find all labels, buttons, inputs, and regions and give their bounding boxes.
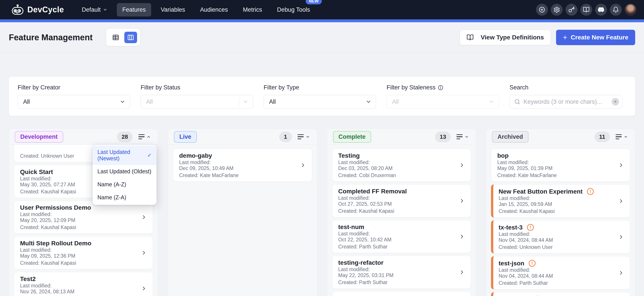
filter-staleness-placeholder: All <box>392 98 488 105</box>
filter-bar: Filter by Creator All Filter by Status A… <box>9 77 635 116</box>
chevron-right-icon <box>459 269 465 275</box>
column-sort-button[interactable] <box>455 133 470 141</box>
view-type-definitions-button[interactable]: View Type Definitions <box>460 30 551 45</box>
created-by: Created: Kate MacFarlane <box>179 172 291 178</box>
feature-card[interactable]: New Feat Button Experiment!Last modified… <box>491 184 630 218</box>
add-button[interactable] <box>536 4 548 16</box>
feature-card-meta: Last modified:May 09, 2025, 01:39 PMCrea… <box>497 159 609 178</box>
search-icon <box>514 99 520 105</box>
sort-option-last-updated-oldest[interactable]: Last Updated (Oldest) <box>92 165 156 178</box>
last-modified-label: Last modified: <box>498 231 609 237</box>
last-modified-date: May 20, 2025, 12:09 PM <box>20 217 132 223</box>
sort-option-name-az[interactable]: Name (A-Z) <box>92 178 156 191</box>
plus-icon: + <box>563 33 567 41</box>
chevron-right-icon <box>141 286 147 292</box>
filter-staleness-select[interactable]: All <box>386 95 499 109</box>
last-modified-label: Last modified: <box>20 247 132 253</box>
table-view-button[interactable] <box>109 32 122 43</box>
sort-option-name-za[interactable]: Name (Z-A) <box>92 191 156 204</box>
feature-card-title: testing-refactor <box>338 260 384 266</box>
last-modified-date: Nov 04, 2024, 08:44 AM <box>498 237 609 243</box>
last-modified-date: May 09, 2025, 01:39 PM <box>497 165 609 171</box>
feature-card-meta: Last modified:Nov 04, 2024, 08:44 AMCrea… <box>498 231 609 250</box>
feature-card-title: demo-gaby <box>179 152 212 159</box>
filter-creator: Filter by Creator All <box>18 84 130 116</box>
feature-card-meta: Last modified:May 09, 2025, 12:36 PMCrea… <box>20 247 132 266</box>
filter-status-label: Filter by Status <box>140 84 253 91</box>
project-selector[interactable]: Default <box>76 3 113 16</box>
feature-card[interactable]: testing-refactorLast modified:May 22, 20… <box>332 256 471 289</box>
filter-type-select[interactable]: All <box>264 95 376 109</box>
column-sort-button[interactable] <box>296 133 311 141</box>
sort-dropdown-menu: Last Updated (Newest) ✓ Last Updated (Ol… <box>92 145 156 205</box>
chevron-down-icon <box>120 99 126 105</box>
nav-item-debug-tools[interactable]: Debug Tools NEW <box>272 3 316 16</box>
feature-card-title: test-num <box>338 224 364 230</box>
view-mode-toggle <box>106 29 140 46</box>
column-sort-button[interactable] <box>137 133 152 141</box>
create-new-feature-button[interactable]: + Create New Feature <box>556 30 635 45</box>
feature-card[interactable]: TestingLast modified:Dec 03, 2025, 08:20… <box>332 149 471 182</box>
feature-card-title: tx-test-3 <box>498 224 522 231</box>
chevron-down-icon <box>624 135 628 139</box>
feature-card-meta: Last modified:May 20, 2025, 12:09 PMCrea… <box>20 211 132 230</box>
sort-lines-icon <box>616 134 622 139</box>
notifications-button[interactable] <box>610 4 622 16</box>
filter-type-value: All <box>269 98 366 105</box>
feature-card[interactable]: demo-paul <box>332 291 471 296</box>
search-input[interactable] <box>524 98 612 105</box>
feature-card[interactable]: User Permissions DemoLast modified:May 2… <box>14 201 153 234</box>
column-status-badge: Complete <box>333 131 371 143</box>
settings-button[interactable] <box>551 4 563 16</box>
check-icon: ✓ <box>147 152 152 158</box>
feature-card[interactable]: bopLast modified:May 09, 2025, 01:39 PMC… <box>491 149 630 182</box>
feature-card-meta: Last modified:Jan 15, 2025, 09:59 AMCrea… <box>498 195 609 214</box>
feature-card-title: User Permissions Demo <box>20 204 91 211</box>
info-icon[interactable] <box>438 85 444 90</box>
feature-card[interactable]: tx-test-3!Last modified:Nov 04, 2024, 08… <box>491 220 630 254</box>
nav-item-label: Variables <box>161 6 185 13</box>
feature-card[interactable]: rachel-test! <box>491 292 630 296</box>
nav-item-features[interactable]: Features <box>117 3 152 16</box>
column-status-badge: Archived <box>492 131 528 143</box>
chevron-down-icon <box>464 135 469 139</box>
chevron-right-icon <box>459 295 465 296</box>
user-avatar[interactable] <box>624 4 636 16</box>
filter-status-select[interactable]: All <box>140 95 253 109</box>
search-box[interactable]: × <box>510 95 622 109</box>
nav-item-metrics[interactable]: Metrics <box>237 3 268 16</box>
column-count-badge: 13 <box>435 131 451 142</box>
nav-item-variables[interactable]: Variables <box>155 3 191 16</box>
discord-button[interactable] <box>595 4 607 16</box>
feature-card[interactable]: test-json!Last modified:Nov 04, 2024, 08… <box>491 256 630 290</box>
column-count-badge: 11 <box>595 131 610 142</box>
clear-search-button[interactable]: × <box>612 98 619 105</box>
feature-card[interactable]: test-numLast modified:Oct 22, 2025, 10:4… <box>332 220 471 253</box>
filter-type-label: Filter by Type <box>264 84 376 91</box>
feature-card-meta: Last modified:May 22, 2025, 03:31 PMCrea… <box>338 267 450 286</box>
created-by: Created: Parth Suthar <box>338 280 450 286</box>
board-column-live: Live 1 demo-gabyLast modified:Dec 09, 20… <box>168 129 317 296</box>
filter-creator-select[interactable]: All <box>18 95 130 109</box>
devcycle-logo[interactable]: DevCycle <box>12 4 64 15</box>
column-cards: demo-gabyLast modified:Dec 09, 2025, 10:… <box>168 145 317 296</box>
docs-button[interactable] <box>580 4 592 16</box>
last-modified-date: May 22, 2025, 03:31 PM <box>338 273 450 278</box>
column-sort-button[interactable] <box>614 133 629 141</box>
feature-card[interactable]: demo-gabyLast modified:Dec 09, 2025, 10:… <box>173 149 312 182</box>
nav-item-audiences[interactable]: Audiences <box>194 3 234 16</box>
kanban-view-button[interactable] <box>124 32 137 43</box>
chevron-right-icon <box>459 162 465 168</box>
api-keys-button[interactable] <box>566 4 578 16</box>
sort-option-last-updated-newest[interactable]: Last Updated (Newest) ✓ <box>92 146 156 165</box>
created-by: Created: Kaushal Kapasi <box>338 208 450 214</box>
feature-card[interactable]: Completed FF RemovalLast modified:Oct 27… <box>332 184 471 217</box>
chevron-right-icon <box>141 250 147 256</box>
created-by: Created: Kate MacFarlane <box>497 172 609 178</box>
devcycle-robot-icon <box>12 4 24 15</box>
sort-option-label: Name (Z-A) <box>98 194 126 201</box>
last-modified-label: Last modified: <box>498 267 609 273</box>
feature-card[interactable]: Test2Last modified:Nov 26, 2024, 08:13 A… <box>14 272 153 296</box>
created-by: Created: Unknown User <box>498 244 609 250</box>
feature-card[interactable]: Multi Step Rollout DemoLast modified:May… <box>14 236 153 269</box>
